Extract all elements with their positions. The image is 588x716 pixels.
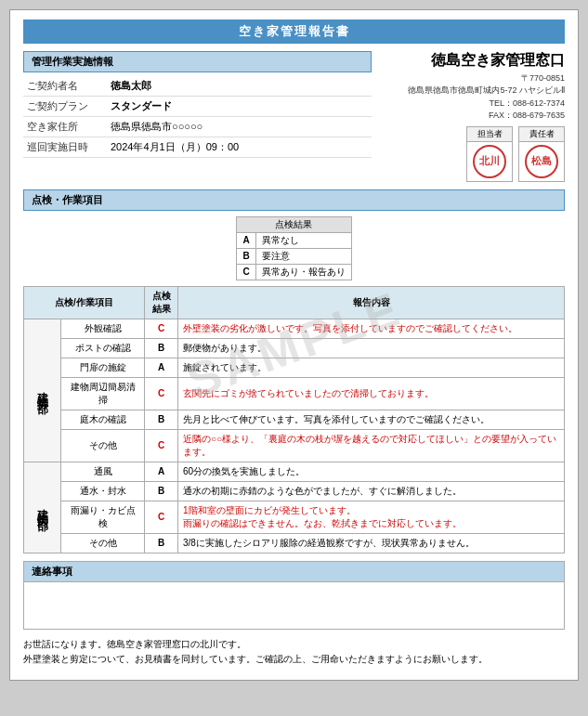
table-row: 建物周辺簡易清掃 C 玄関先にゴミが捨てられていましたので清掃しております。 xyxy=(24,377,565,410)
table-row: 通水・封水 B 通水の初期に赤錆のような色がでましたが、すぐに解消しました。 xyxy=(24,481,565,501)
main-table: 点検/作業項目 点検結果 報告内容 建物外部 外観確認 C 外壁塗装の劣化が激し… xyxy=(23,286,565,553)
page-title: 空き家管理報告書 xyxy=(23,20,565,44)
result-cell: C xyxy=(145,377,178,410)
footer-note: お世話になります。徳島空き家管理窓口の北川です。 外壁塗装と剪定について、お見積… xyxy=(23,637,565,667)
table-row: 建物内部 通風 A 60分の換気を実施しました。 xyxy=(24,462,565,481)
legend-desc: 異常なし xyxy=(255,232,351,248)
table-header-row: 点検/作業項目 点検結果 報告内容 xyxy=(24,286,565,319)
report-cell: 通水の初期に赤錆のような色がでましたが、すぐに解消しました。 xyxy=(178,481,565,501)
legend-row: B要注意 xyxy=(237,248,351,264)
info-label: ご契約プラン xyxy=(27,99,111,113)
result-cell: C xyxy=(145,429,178,462)
company-name: 徳島空き家管理窓口 xyxy=(379,51,565,71)
item-cell: その他 xyxy=(61,533,145,553)
table-row: 門扉の施錠 A 施錠されています。 xyxy=(24,358,565,377)
th-result: 点検結果 xyxy=(145,286,178,319)
table-row: ポストの確認 B 郵便物があります。 xyxy=(24,338,565,358)
legend-header: 点検結果 xyxy=(237,216,351,232)
table-row: その他 B 3/8に実施したシロアリ服除の経過観察ですが、現状異常ありません。 xyxy=(24,533,565,553)
legend-table: 点検結果A異常なしB要注意C異常あり・報告あり xyxy=(236,216,351,280)
result-cell: C xyxy=(145,501,178,533)
management-info-title: 管理作業実施情報 xyxy=(23,51,372,72)
stamp-label: 責任者 xyxy=(519,127,564,142)
report-cell: 近隣の○○様より、「裏庭の木の枝が塀を越えるので対応してほしい」との要望が入って… xyxy=(178,429,565,462)
category-cell: 建物外部 xyxy=(24,319,61,462)
item-cell: 外観確認 xyxy=(61,319,145,338)
footer-line2: 外壁塗装と剪定について、お見積書を同封しています。ご確認の上、ご用命いただきます… xyxy=(23,652,565,667)
report-cell: 施錠されています。 xyxy=(178,358,565,377)
info-value: 徳島県徳島市○○○○○ xyxy=(111,120,203,134)
legend-code: B xyxy=(237,248,255,264)
company-tel: TEL：088-612-7374 xyxy=(379,98,565,111)
info-label: ご契約者名 xyxy=(27,79,111,93)
legend-code: A xyxy=(237,232,255,248)
item-cell: その他 xyxy=(61,429,145,462)
stamp-box: 責任者松島 xyxy=(518,126,565,182)
table-row: 建物外部 外観確認 C 外壁塗装の劣化が激しいです。写真を添付していますのでご確… xyxy=(24,319,565,338)
table-row: 雨漏り・カビ点検 C 1階和室の壁面にカビが発生しています。雨漏りの確認はできま… xyxy=(24,501,565,533)
legend-desc: 異常あり・報告あり xyxy=(255,264,351,280)
report-cell: 玄関先にゴミが捨てられていましたので清掃しております。 xyxy=(178,377,565,410)
stamp-row: 担当者北川責任者松島 xyxy=(379,126,565,182)
result-cell: B xyxy=(145,533,178,553)
result-cell: C xyxy=(145,319,178,338)
info-row: 空き家住所徳島県徳島市○○○○○ xyxy=(23,117,372,137)
item-cell: 庭木の確認 xyxy=(61,410,145,429)
legend-wrapper: 点検結果A異常なしB要注意C異常あり・報告あり xyxy=(23,216,565,280)
item-cell: 通水・封水 xyxy=(61,481,145,501)
table-row: その他 C 近隣の○○様より、「裏庭の木の枝が塀を越えるので対応してほしい」との… xyxy=(24,429,565,462)
company-fax: FAX：088-679-7635 xyxy=(379,110,565,123)
item-cell: 建物周辺簡易清掃 xyxy=(61,377,145,410)
info-value: 2024年4月1日（月）09：00 xyxy=(111,140,239,154)
page: SAMPLE 空き家管理報告書 管理作業実施情報 ご契約者名徳島太郎ご契約プラン… xyxy=(9,9,579,681)
info-rows: ご契約者名徳島太郎ご契約プランスタンダード空き家住所徳島県徳島市○○○○○巡回実… xyxy=(23,76,372,158)
result-cell: B xyxy=(145,338,178,358)
info-label: 巡回実施日時 xyxy=(27,140,111,154)
result-cell: A xyxy=(145,358,178,377)
legend-row: C異常あり・報告あり xyxy=(237,264,351,280)
report-cell: 郵便物があります。 xyxy=(178,338,565,358)
top-section: 管理作業実施情報 ご契約者名徳島太郎ご契約プランスタンダード空き家住所徳島県徳島… xyxy=(23,51,565,182)
info-row: 巡回実施日時2024年4月1日（月）09：00 xyxy=(23,137,372,158)
legend-desc: 要注意 xyxy=(255,248,351,264)
stamp-circle: 松島 xyxy=(525,145,558,178)
result-cell: B xyxy=(145,481,178,501)
report-cell: 60分の換気を実施しました。 xyxy=(178,462,565,481)
stamp-box: 担当者北川 xyxy=(466,126,513,182)
legend-row: A異常なし xyxy=(237,232,351,248)
legend-code: C xyxy=(237,264,255,280)
result-cell: A xyxy=(145,462,178,481)
stamp-label: 担当者 xyxy=(467,127,512,142)
contact-body xyxy=(24,582,564,629)
report-cell: 1階和室の壁面にカビが発生しています。雨漏りの確認はできません。なお、乾拭きまで… xyxy=(178,501,565,533)
info-value: スタンダード xyxy=(111,99,172,113)
item-cell: ポストの確認 xyxy=(61,338,145,358)
main-table-body: 建物外部 外観確認 C 外壁塗装の劣化が激しいです。写真を添付していますのでご確… xyxy=(24,319,565,553)
item-cell: 通風 xyxy=(61,462,145,481)
category-cell: 建物内部 xyxy=(24,462,61,553)
th-report: 報告内容 xyxy=(178,286,565,319)
contact-title: 連絡事項 xyxy=(24,562,564,582)
report-cell: 3/8に実施したシロアリ服除の経過観察ですが、現状異常ありません。 xyxy=(178,533,565,553)
management-info-block: 管理作業実施情報 ご契約者名徳島太郎ご契約プランスタンダード空き家住所徳島県徳島… xyxy=(23,51,372,182)
result-cell: B xyxy=(145,410,178,429)
company-address: 徳島県徳島市徳島町城内5-72 ハヤシビルⅡ xyxy=(379,85,565,98)
inspection-section-title: 点検・作業項目 xyxy=(23,189,565,211)
item-cell: 門扉の施錠 xyxy=(61,358,145,377)
stamp-circle: 北川 xyxy=(473,145,506,178)
contact-section: 連絡事項 xyxy=(23,561,565,630)
info-label: 空き家住所 xyxy=(27,120,111,134)
report-cell: 外壁塗装の劣化が激しいです。写真を添付していますのでご確認してください。 xyxy=(178,319,565,338)
th-item: 点検/作業項目 xyxy=(24,286,145,319)
company-block: 徳島空き家管理窓口 〒770-0851 徳島県徳島市徳島町城内5-72 ハヤシビ… xyxy=(379,51,565,182)
report-cell: 先月と比べて伸びています。写真を添付していますのでご確認ください。 xyxy=(178,410,565,429)
table-row: 庭木の確認 B 先月と比べて伸びています。写真を添付していますのでご確認ください… xyxy=(24,410,565,429)
item-cell: 雨漏り・カビ点検 xyxy=(61,501,145,533)
info-row: ご契約プランスタンダード xyxy=(23,97,372,117)
footer-line1: お世話になります。徳島空き家管理窓口の北川です。 xyxy=(23,637,565,652)
info-value: 徳島太郎 xyxy=(111,79,151,93)
info-row: ご契約者名徳島太郎 xyxy=(23,76,372,97)
company-postal: 〒770-0851 xyxy=(379,72,565,85)
